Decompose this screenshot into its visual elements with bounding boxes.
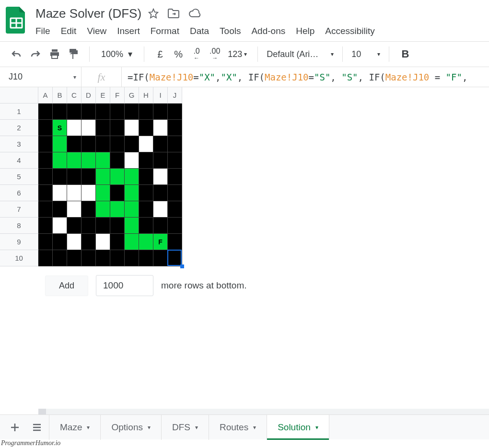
cell-G6[interactable] <box>125 185 139 201</box>
cell-I5[interactable] <box>153 169 168 185</box>
cell-D3[interactable] <box>82 136 96 152</box>
cell-G8[interactable] <box>125 218 139 234</box>
cell-A3[interactable] <box>38 136 53 152</box>
cell-B2[interactable]: S <box>53 120 67 136</box>
move-folder-icon[interactable] <box>167 8 180 19</box>
cell-H7[interactable] <box>139 201 153 218</box>
menu-insert[interactable]: Insert <box>117 26 140 36</box>
number-format-button[interactable]: 123 ▾ <box>226 46 249 63</box>
cell-D8[interactable] <box>82 218 96 234</box>
cell-I6[interactable] <box>153 185 168 201</box>
cell-I8[interactable] <box>153 218 168 234</box>
paint-format-button[interactable] <box>66 46 81 63</box>
cell-F8[interactable] <box>110 218 125 234</box>
column-header-B[interactable]: B <box>53 87 67 103</box>
cell-F2[interactable] <box>110 120 125 136</box>
cell-J1[interactable] <box>168 103 182 120</box>
cell-G1[interactable] <box>125 103 139 120</box>
column-header-G[interactable]: G <box>125 87 139 103</box>
row-header-2[interactable]: 2 <box>0 120 38 136</box>
cell-D5[interactable] <box>82 169 96 185</box>
cell-A4[interactable] <box>38 152 53 169</box>
sheet-tab-maze[interactable]: Maze▾ <box>49 415 101 440</box>
cell-A10[interactable] <box>38 250 53 266</box>
cell-B9[interactable] <box>53 234 67 250</box>
column-header-I[interactable]: I <box>153 87 168 103</box>
zoom-select[interactable]: 100% ▾ <box>98 49 135 59</box>
cell-E8[interactable] <box>96 218 110 234</box>
cell-C6[interactable] <box>67 185 82 201</box>
cell-H1[interactable] <box>139 103 153 120</box>
cell-H3[interactable] <box>139 136 153 152</box>
cell-F4[interactable] <box>110 152 125 169</box>
column-header-D[interactable]: D <box>82 87 96 103</box>
row-header-5[interactable]: 5 <box>0 169 38 185</box>
cell-E7[interactable] <box>96 201 110 218</box>
cell-D6[interactable] <box>82 185 96 201</box>
cell-D1[interactable] <box>82 103 96 120</box>
menu-format[interactable]: Format <box>151 26 179 36</box>
column-header-C[interactable]: C <box>67 87 82 103</box>
cell-F10[interactable] <box>110 250 125 266</box>
cell-H8[interactable] <box>139 218 153 234</box>
redo-button[interactable] <box>28 46 43 63</box>
cell-E2[interactable] <box>96 120 110 136</box>
cell-F7[interactable] <box>110 201 125 218</box>
cell-I3[interactable] <box>153 136 168 152</box>
cell-H10[interactable] <box>139 250 153 266</box>
row-header-9[interactable]: 9 <box>0 234 38 250</box>
menu-help[interactable]: Help <box>296 26 314 36</box>
cell-F1[interactable] <box>110 103 125 120</box>
name-box[interactable]: J10 ▾ <box>0 67 82 87</box>
cell-I10[interactable] <box>153 250 168 266</box>
chevron-down-icon[interactable]: ▾ <box>148 424 151 431</box>
cell-J10[interactable] <box>168 250 182 266</box>
add-rows-count-input[interactable] <box>96 275 153 296</box>
currency-button[interactable]: £ <box>153 46 167 63</box>
row-header-1[interactable]: 1 <box>0 103 38 120</box>
row-header-6[interactable]: 6 <box>0 185 38 201</box>
cell-H2[interactable] <box>139 120 153 136</box>
row-header-8[interactable]: 8 <box>0 218 38 234</box>
cell-C3[interactable] <box>67 136 82 152</box>
cell-I9[interactable]: F <box>153 234 168 250</box>
cell-G7[interactable] <box>125 201 139 218</box>
cell-G9[interactable] <box>125 234 139 250</box>
cell-F6[interactable] <box>110 185 125 201</box>
star-icon[interactable] <box>148 8 159 19</box>
menu-view[interactable]: View <box>87 26 106 36</box>
menu-edit[interactable]: Edit <box>61 26 77 36</box>
cell-F9[interactable] <box>110 234 125 250</box>
cell-J8[interactable] <box>168 218 182 234</box>
cell-C10[interactable] <box>67 250 82 266</box>
cell-A8[interactable] <box>38 218 53 234</box>
percent-button[interactable]: % <box>171 46 186 63</box>
cell-J9[interactable] <box>168 234 182 250</box>
menu-tools[interactable]: Tools <box>220 26 241 36</box>
formula-input[interactable]: =IF(Maze!J10="X","X", IF(Maze!J10="S", "… <box>122 72 489 82</box>
cell-A6[interactable] <box>38 185 53 201</box>
chevron-down-icon[interactable]: ▾ <box>87 424 90 431</box>
sheet-tab-routes[interactable]: Routes▾ <box>209 415 267 440</box>
cell-H5[interactable] <box>139 169 153 185</box>
cell-J2[interactable] <box>168 120 182 136</box>
cell-E4[interactable] <box>96 152 110 169</box>
cloud-status-icon[interactable] <box>188 9 202 18</box>
cell-C1[interactable] <box>67 103 82 120</box>
cell-H4[interactable] <box>139 152 153 169</box>
grid[interactable]: ABCDEFGHIJ12S3456789F10 <box>0 87 489 266</box>
bold-button[interactable]: B <box>398 46 412 63</box>
font-family-select[interactable]: Default (Ari… ▾ <box>267 49 334 59</box>
cell-D2[interactable] <box>82 120 96 136</box>
cell-B3[interactable] <box>53 136 67 152</box>
menu-add-ons[interactable]: Add-ons <box>251 26 285 36</box>
cell-G5[interactable] <box>125 169 139 185</box>
menu-file[interactable]: File <box>35 26 50 36</box>
cell-J7[interactable] <box>168 201 182 218</box>
sheet-tab-options[interactable]: Options▾ <box>101 415 161 440</box>
cell-E9[interactable] <box>96 234 110 250</box>
print-button[interactable] <box>47 46 62 63</box>
cell-F5[interactable] <box>110 169 125 185</box>
cell-E3[interactable] <box>96 136 110 152</box>
all-sheets-button[interactable] <box>27 417 47 437</box>
